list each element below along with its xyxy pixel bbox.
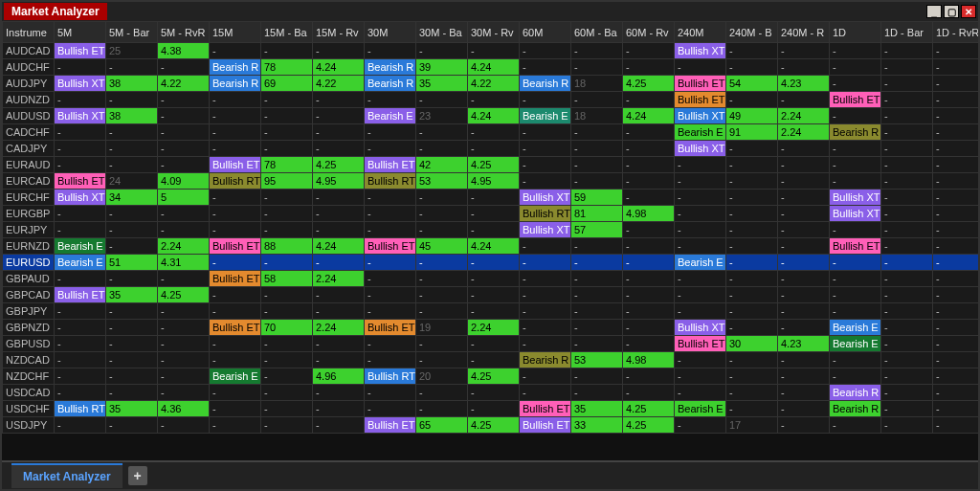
row-NZDCAD[interactable]: NZDCAD---------Bearish R534.98------: [3, 352, 979, 368]
cell-NZDCAD-240m[interactable]: -: [675, 352, 726, 368]
cell-AUDCAD-240m[interactable]: Bullish XT: [675, 43, 726, 59]
cell-CADCHF-30m_bar[interactable]: -: [416, 124, 468, 141]
cell-AUDNZD-30m[interactable]: -: [365, 92, 416, 108]
cell-EURUSD-60m_rvr[interactable]: -: [623, 255, 675, 271]
cell-EURAUD-1d_rvr[interactable]: -: [933, 157, 979, 173]
cell-EURGBP-15m_bar[interactable]: -: [261, 206, 313, 222]
cell-AUDJPY-5m_bar[interactable]: 38: [106, 76, 158, 92]
cell-AUDNZD-15m_rvr[interactable]: -: [313, 92, 365, 108]
cell-EURCHF-instr[interactable]: EURCHF: [3, 190, 55, 206]
cell-GBPUSD-15m_rvr[interactable]: -: [313, 336, 365, 352]
minimize-button[interactable]: _: [926, 5, 942, 18]
cell-GBPAUD-60m_bar[interactable]: -: [571, 271, 623, 287]
cell-AUDUSD-240m_bar[interactable]: 49: [726, 108, 778, 124]
cell-EURCAD-60m_rvr[interactable]: -: [623, 173, 675, 190]
cell-EURAUD-5m[interactable]: -: [55, 157, 106, 173]
cell-AUDJPY-240m_bar[interactable]: 54: [726, 76, 778, 92]
cell-EURCAD-5m_bar[interactable]: 24: [106, 173, 158, 190]
cell-USDCAD-1d[interactable]: Bearish R: [830, 385, 881, 401]
cell-GBPCAD-30m_rvr[interactable]: -: [468, 287, 520, 303]
cell-EURJPY-30m_bar[interactable]: -: [416, 222, 468, 238]
cell-GBPAUD-240m_rvr[interactable]: -: [778, 271, 830, 287]
cell-CADCHF-60m[interactable]: -: [520, 124, 571, 141]
cell-AUDNZD-1d_rvr[interactable]: -: [933, 92, 979, 108]
cell-CADCHF-30m[interactable]: -: [365, 124, 416, 141]
cell-EURCAD-60m_bar[interactable]: -: [571, 173, 623, 190]
cell-EURJPY-15m_bar[interactable]: -: [261, 222, 313, 238]
cell-EURGBP-instr[interactable]: EURGBP: [3, 206, 55, 222]
column-header-1d_rvr[interactable]: 1D - RvR: [933, 22, 979, 43]
cell-EURCAD-30m_rvr[interactable]: 4.95: [468, 173, 520, 190]
cell-AUDJPY-15m[interactable]: Bearish R: [210, 76, 261, 92]
cell-NZDCHF-1d_rvr[interactable]: -: [933, 368, 979, 385]
cell-USDJPY-15m_rvr[interactable]: -: [313, 417, 365, 434]
cell-GBPNZD-30m_rvr[interactable]: 2.24: [468, 320, 520, 336]
cell-USDCHF-15m[interactable]: -: [210, 401, 261, 417]
cell-GBPNZD-1d_bar[interactable]: -: [881, 320, 933, 336]
cell-GBPJPY-15m_bar[interactable]: -: [261, 303, 313, 320]
cell-NZDCAD-1d_bar[interactable]: -: [881, 352, 933, 368]
cell-AUDJPY-30m_rvr[interactable]: 4.22: [468, 76, 520, 92]
cell-NZDCAD-15m_bar[interactable]: -: [261, 352, 313, 368]
cell-NZDCAD-60m[interactable]: Bearish R: [520, 352, 571, 368]
cell-EURAUD-60m_rvr[interactable]: -: [623, 157, 675, 173]
cell-EURJPY-5m_rvr[interactable]: -: [158, 222, 210, 238]
cell-USDCHF-240m_rvr[interactable]: -: [778, 401, 830, 417]
cell-USDJPY-1d_rvr[interactable]: -: [933, 417, 979, 434]
cell-AUDJPY-240m[interactable]: Bullish ET: [675, 76, 726, 92]
cell-USDCAD-1d_bar[interactable]: -: [881, 385, 933, 401]
cell-EURGBP-60m_bar[interactable]: 81: [571, 206, 623, 222]
cell-USDJPY-60m[interactable]: Bullish ET: [520, 417, 571, 434]
cell-EURCAD-30m[interactable]: Bullish RT: [365, 173, 416, 190]
cell-USDJPY-1d[interactable]: -: [830, 417, 881, 434]
cell-EURCHF-15m[interactable]: -: [210, 190, 261, 206]
cell-CADJPY-240m_bar[interactable]: -: [726, 141, 778, 157]
column-header-5m[interactable]: 5M: [55, 22, 106, 43]
cell-GBPCAD-60m[interactable]: -: [520, 287, 571, 303]
cell-EURNZD-instr[interactable]: EURNZD: [3, 238, 55, 255]
cell-AUDUSD-1d_rvr[interactable]: -: [933, 108, 979, 124]
cell-EURCHF-15m_bar[interactable]: -: [261, 190, 313, 206]
column-header-240m[interactable]: 240M: [675, 22, 726, 43]
cell-NZDCHF-instr[interactable]: NZDCHF: [3, 368, 55, 385]
cell-GBPNZD-15m_bar[interactable]: 70: [261, 320, 313, 336]
cell-GBPUSD-5m_rvr[interactable]: -: [158, 336, 210, 352]
cell-NZDCHF-30m_rvr[interactable]: 4.25: [468, 368, 520, 385]
cell-GBPNZD-15m_rvr[interactable]: 2.24: [313, 320, 365, 336]
cell-AUDJPY-30m_bar[interactable]: 35: [416, 76, 468, 92]
cell-NZDCHF-15m[interactable]: Bearish E: [210, 368, 261, 385]
cell-AUDJPY-1d_rvr[interactable]: -: [933, 76, 979, 92]
column-header-60m_rvr[interactable]: 60M - Rv: [623, 22, 675, 43]
row-EURUSD[interactable]: EURUSDBearish E514.31---------Bearish E-…: [3, 255, 979, 271]
cell-USDCHF-5m_rvr[interactable]: 4.36: [158, 401, 210, 417]
cell-AUDCAD-30m_rvr[interactable]: -: [468, 43, 520, 59]
cell-EURCAD-instr[interactable]: EURCAD: [3, 173, 55, 190]
cell-GBPAUD-60m[interactable]: -: [520, 271, 571, 287]
cell-NZDCAD-30m[interactable]: -: [365, 352, 416, 368]
cell-AUDCHF-30m_rvr[interactable]: 4.24: [468, 59, 520, 76]
cell-EURNZD-5m_bar[interactable]: -: [106, 238, 158, 255]
cell-EURCHF-240m[interactable]: -: [675, 190, 726, 206]
cell-AUDJPY-1d_bar[interactable]: -: [881, 76, 933, 92]
cell-AUDUSD-5m[interactable]: Bullish XT: [55, 108, 106, 124]
cell-GBPUSD-30m_rvr[interactable]: -: [468, 336, 520, 352]
cell-EURAUD-5m_rvr[interactable]: -: [158, 157, 210, 173]
cell-EURJPY-30m_rvr[interactable]: -: [468, 222, 520, 238]
cell-USDJPY-60m_bar[interactable]: 33: [571, 417, 623, 434]
cell-GBPJPY-60m_rvr[interactable]: -: [623, 303, 675, 320]
cell-EURGBP-1d_rvr[interactable]: -: [933, 206, 979, 222]
cell-AUDCAD-15m_bar[interactable]: -: [261, 43, 313, 59]
cell-EURCAD-5m[interactable]: Bullish ET: [55, 173, 106, 190]
cell-AUDCHF-240m[interactable]: -: [675, 59, 726, 76]
row-AUDJPY[interactable]: AUDJPYBullish XT384.22Bearish R694.22Bea…: [3, 76, 979, 92]
column-header-instr[interactable]: Instrume: [3, 22, 55, 43]
cell-NZDCAD-5m_bar[interactable]: -: [106, 352, 158, 368]
column-header-15m[interactable]: 15M: [210, 22, 261, 43]
cell-EURUSD-15m_bar[interactable]: -: [261, 255, 313, 271]
row-EURNZD[interactable]: EURNZDBearish E-2.24Bullish ET884.24Bull…: [3, 238, 979, 255]
cell-USDCHF-15m_rvr[interactable]: -: [313, 401, 365, 417]
cell-GBPUSD-instr[interactable]: GBPUSD: [3, 336, 55, 352]
cell-GBPJPY-30m[interactable]: -: [365, 303, 416, 320]
cell-AUDNZD-30m_bar[interactable]: -: [416, 92, 468, 108]
row-USDCHF[interactable]: USDCHFBullish RT354.36------Bullish ET35…: [3, 401, 979, 417]
